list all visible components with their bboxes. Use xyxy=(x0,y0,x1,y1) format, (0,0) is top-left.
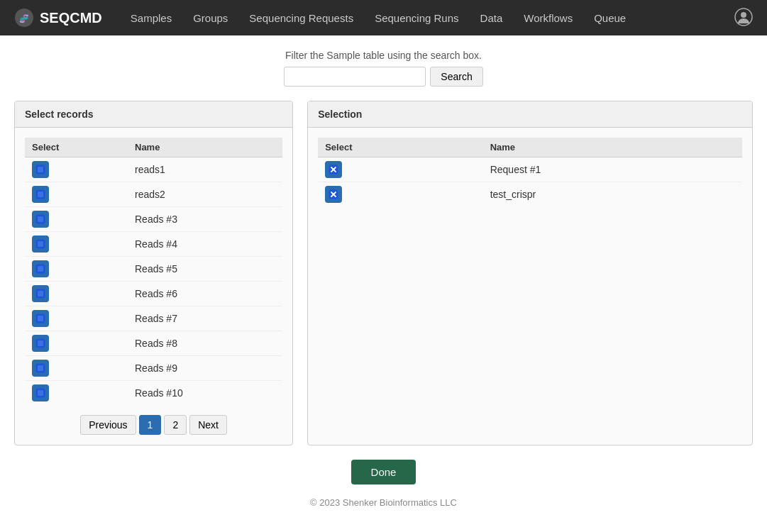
table-row: reads2 xyxy=(25,182,282,207)
svg-rect-17 xyxy=(38,316,43,321)
table-row: Reads #8 xyxy=(25,331,282,356)
done-section: Done xyxy=(14,460,753,484)
left-panel-body: Select Name reads1 reads2 Reads #3 Reads… xyxy=(15,128,292,445)
selection-name-0: Request #1 xyxy=(483,157,742,182)
navbar: 🧬 SEQCMD Samples Groups Sequencing Reque… xyxy=(0,0,767,35)
footer: © 2023 Shenker Bioinformatics LLC xyxy=(14,497,753,515)
selection-name-1: test_crispr xyxy=(483,182,742,207)
next-button[interactable]: Next xyxy=(189,415,227,435)
record-name-9: Reads #10 xyxy=(128,381,282,406)
select-checkbox-9[interactable] xyxy=(32,384,49,401)
panels-row: Select records Select Name reads1 reads2 xyxy=(14,101,753,445)
select-checkbox-8[interactable] xyxy=(32,360,49,377)
select-checkbox-7[interactable] xyxy=(32,335,49,352)
select-checkbox-2[interactable] xyxy=(32,211,49,228)
svg-rect-15 xyxy=(38,291,43,297)
search-button[interactable]: Search xyxy=(430,67,482,87)
left-panel-header: Select records xyxy=(15,101,292,128)
left-panel: Select records Select Name reads1 reads2 xyxy=(14,101,293,445)
svg-rect-5 xyxy=(38,167,43,172)
user-icon[interactable] xyxy=(734,8,753,28)
record-name-6: Reads #7 xyxy=(128,306,282,331)
select-checkbox-4[interactable] xyxy=(32,260,49,277)
select-checkbox-3[interactable] xyxy=(32,235,49,253)
nav-workflows[interactable]: Workflows xyxy=(524,12,573,24)
navbar-nav: Samples Groups Sequencing Requests Seque… xyxy=(131,12,734,24)
prev-button[interactable]: Previous xyxy=(80,415,136,435)
record-name-4: Reads #5 xyxy=(128,257,282,282)
sel-col-select-header: Select xyxy=(318,138,483,157)
select-checkbox-6[interactable] xyxy=(32,310,49,327)
table-row: Reads #5 xyxy=(25,257,282,282)
records-table: Select Name reads1 reads2 Reads #3 Reads… xyxy=(25,138,282,405)
pagination: Previous 1 2 Next xyxy=(25,415,282,435)
record-name-8: Reads #9 xyxy=(128,356,282,381)
right-panel-header: Selection xyxy=(308,101,752,128)
selection-table: Select Name Request #1 test_crispr xyxy=(318,138,742,206)
selection-row: Request #1 xyxy=(318,157,742,182)
col-select-header: Select xyxy=(25,138,128,157)
select-checkbox-5[interactable] xyxy=(32,285,49,302)
nav-groups[interactable]: Groups xyxy=(193,12,228,24)
nav-samples[interactable]: Samples xyxy=(131,12,172,24)
table-row: Reads #10 xyxy=(25,381,282,406)
search-input[interactable] xyxy=(284,67,426,87)
brand-link[interactable]: 🧬 SEQCMD xyxy=(14,8,102,28)
select-checkbox-0[interactable] xyxy=(32,161,49,178)
sel-col-name-header: Name xyxy=(483,138,742,157)
table-row: Reads #6 xyxy=(25,282,282,306)
svg-text:🧬: 🧬 xyxy=(19,13,29,23)
page-2-button[interactable]: 2 xyxy=(164,415,187,435)
svg-rect-21 xyxy=(38,365,43,371)
selection-row: test_crispr xyxy=(318,182,742,207)
main-content: Filter the Sample table using the search… xyxy=(0,35,767,529)
nav-queue[interactable]: Queue xyxy=(594,12,626,24)
record-name-1: reads2 xyxy=(128,182,282,207)
done-button[interactable]: Done xyxy=(351,460,416,484)
svg-rect-7 xyxy=(38,192,43,197)
select-checkbox-1[interactable] xyxy=(32,186,49,203)
record-name-2: Reads #3 xyxy=(128,207,282,232)
brand-logo-icon: 🧬 xyxy=(14,8,34,28)
record-name-7: Reads #8 xyxy=(128,331,282,356)
table-row: Reads #9 xyxy=(25,356,282,381)
page-wrapper: 🧬 SEQCMD Samples Groups Sequencing Reque… xyxy=(0,0,767,532)
nav-sequencing-runs[interactable]: Sequencing Runs xyxy=(375,12,458,24)
svg-rect-23 xyxy=(38,390,43,396)
search-section: Filter the Sample table using the search… xyxy=(14,50,753,87)
search-row: Search xyxy=(14,67,753,87)
record-name-0: reads1 xyxy=(128,157,282,182)
table-row: Reads #7 xyxy=(25,306,282,331)
svg-rect-9 xyxy=(38,216,43,222)
svg-point-3 xyxy=(741,12,746,18)
svg-rect-11 xyxy=(38,241,43,247)
brand-name: SEQCMD xyxy=(40,10,102,26)
search-instruction: Filter the Sample table using the search… xyxy=(14,50,753,61)
table-row: Reads #4 xyxy=(25,232,282,257)
col-name-header: Name xyxy=(128,138,282,157)
nav-sequencing-requests[interactable]: Sequencing Requests xyxy=(249,12,353,24)
svg-rect-13 xyxy=(38,266,43,272)
right-panel-body: Select Name Request #1 test_crispr xyxy=(308,128,752,216)
page-1-button[interactable]: 1 xyxy=(139,415,162,435)
svg-rect-19 xyxy=(38,340,43,346)
record-name-3: Reads #4 xyxy=(128,232,282,257)
table-row: reads1 xyxy=(25,157,282,182)
deselect-button-0[interactable] xyxy=(325,161,342,178)
nav-data[interactable]: Data xyxy=(480,12,503,24)
record-name-5: Reads #6 xyxy=(128,282,282,306)
deselect-button-1[interactable] xyxy=(325,186,342,203)
table-row: Reads #3 xyxy=(25,207,282,232)
right-panel: Selection Select Name Request #1 xyxy=(307,101,753,445)
